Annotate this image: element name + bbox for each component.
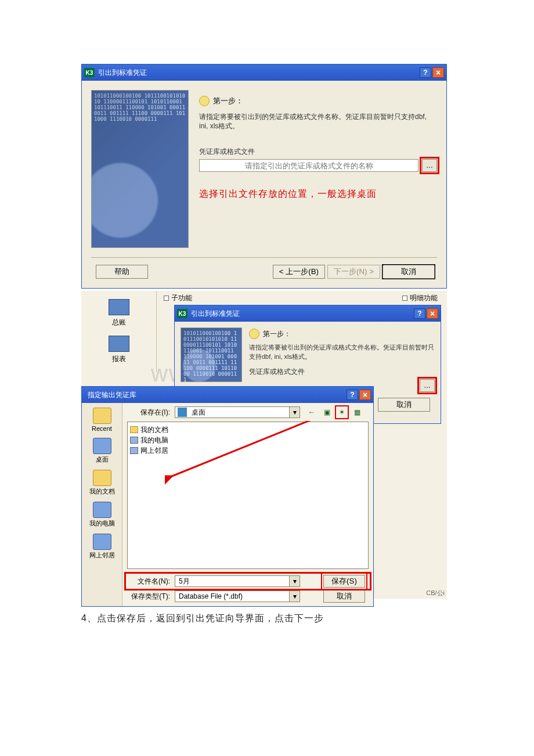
dialog-title: 引出到标准凭证 (191, 309, 413, 319)
step-label: 第一步： (213, 96, 243, 106)
tab-detailfunction[interactable]: 明细功能 (402, 293, 438, 303)
back-button[interactable]: < 上一步(B) (273, 265, 325, 279)
wizard-image: 101011000100100 101110010101010 11000011… (91, 90, 189, 248)
network-icon (130, 447, 138, 454)
list-item[interactable]: 我的电脑 (130, 435, 366, 445)
step-label: 第一步： (263, 329, 291, 339)
computer-icon (93, 502, 111, 518)
titlebar-close-button[interactable]: × (359, 390, 371, 400)
checkbox-icon (402, 296, 407, 301)
titlebar-help-button[interactable]: ? (414, 308, 425, 319)
new-folder-button[interactable]: ✶ (336, 406, 348, 418)
network-icon (93, 534, 111, 550)
cancel-button-nested[interactable]: 取消 (378, 398, 430, 412)
function-tabs: 子功能 明细功能 (160, 291, 447, 303)
folder-icon (93, 408, 111, 424)
instruction-note: 选择引出文件存放的位置，一般选择桌面 (199, 188, 437, 200)
chevron-down-icon[interactable]: ▾ (289, 407, 300, 417)
app-k3-icon: K3 (84, 68, 95, 77)
sidebar-item-label: 报表 (81, 354, 156, 364)
browse-button-nested[interactable]: … (420, 379, 435, 392)
nav-back-button[interactable]: ← (306, 406, 317, 418)
save-in-value: 桌面 (189, 408, 289, 417)
browse-button[interactable]: … (422, 159, 437, 172)
step-description: 请指定将要被引出到的凭证库或格式文件名称。凭证库目前暂时只支持dbf, ini,… (249, 343, 435, 361)
save-file-dialog: 指定输出凭证库 ? × Recent 桌面 (81, 386, 374, 607)
places-recent[interactable]: Recent (82, 408, 122, 432)
view-menu-button[interactable]: ▦ (351, 406, 363, 418)
wizard-image: 101011000100100 101110010101010 11000011… (181, 327, 242, 382)
save-in-combo[interactable]: 桌面 ▾ (175, 406, 300, 418)
dialog-title: 指定输出凭证库 (84, 390, 345, 400)
places-desktop[interactable]: 桌面 (82, 438, 122, 464)
tab-subfunction[interactable]: 子功能 (164, 293, 192, 303)
file-list[interactable]: 我的文档 我的电脑 网上邻居 (127, 422, 369, 569)
list-item[interactable]: 我的文档 (130, 424, 366, 435)
titlebar[interactable]: 指定输出凭证库 ? × (82, 387, 373, 403)
filename-input[interactable]: 5月 ▾ (175, 575, 300, 587)
location-icon (178, 408, 187, 417)
sidebar-item-label: 总账 (81, 318, 156, 327)
field-label: 凭证库或格式文件 (199, 147, 437, 157)
checkbox-icon (164, 296, 169, 301)
sidebar-item-report[interactable]: 报表 (81, 336, 156, 364)
folder-icon (93, 470, 111, 486)
titlebar[interactable]: K3 引出到标准凭证 ? × (175, 305, 441, 322)
filetype-label: 保存类型(T): (127, 592, 170, 602)
cancel-save-button[interactable]: 取消 (323, 590, 365, 603)
filename-label: 文件名(N): (127, 577, 170, 586)
titlebar-help-button[interactable]: ? (420, 67, 431, 78)
list-item[interactable]: 网上邻居 (130, 445, 366, 456)
lightbulb-icon (249, 329, 259, 339)
step-description: 请指定将要被引出到的凭证库或格式文件名称。凭证库目前暂时只支持dbf, ini,… (199, 112, 437, 131)
titlebar[interactable]: K3 引出到标准凭证 ? × (82, 64, 446, 81)
ledger-icon (109, 299, 129, 315)
sidebar-item-ledger[interactable]: 总账 (81, 299, 156, 327)
nav-up-button[interactable]: ▣ (321, 406, 333, 418)
desktop-icon (93, 438, 111, 454)
places-computer[interactable]: 我的电脑 (82, 502, 122, 528)
folder-icon (130, 426, 138, 433)
status-text: CB/公i (426, 589, 445, 597)
app-k3-icon: K3 (177, 309, 187, 318)
titlebar-close-button[interactable]: × (427, 308, 438, 319)
dialog-title: 引出到标准凭证 (98, 68, 418, 78)
export-voucher-dialog: K3 引出到标准凭证 ? × 101011000100100 101110010… (81, 64, 447, 289)
voucher-file-input[interactable] (199, 159, 418, 172)
titlebar-close-button[interactable]: × (432, 67, 444, 78)
instruction-step-4: 4、点击保存后，返回到引出凭证向导界面，点击下一步 (81, 613, 453, 625)
report-icon (109, 336, 129, 352)
chevron-down-icon[interactable]: ▾ (289, 591, 300, 602)
chevron-down-icon[interactable]: ▾ (289, 576, 300, 586)
app-sidebar: 总账 报表 (81, 291, 157, 372)
computer-icon (130, 437, 138, 444)
field-label: 凭证库或格式文件 (249, 367, 435, 377)
places-bar: Recent 桌面 我的文档 我的电脑 (82, 403, 122, 606)
save-in-label: 保存在(I): (127, 408, 170, 417)
places-documents[interactable]: 我的文档 (82, 470, 122, 496)
next-button: 下一步(N) > (327, 265, 380, 279)
titlebar-help-button[interactable]: ? (347, 390, 358, 400)
places-network[interactable]: 网上邻居 (82, 534, 122, 560)
save-button[interactable]: 保存(S) (323, 575, 365, 588)
cancel-button[interactable]: 取消 (383, 265, 435, 279)
lightbulb-icon (199, 96, 210, 106)
help-button[interactable]: 帮助 (96, 265, 148, 279)
filetype-combo[interactable]: Database File (*.dbf) ▾ (175, 591, 300, 602)
main-app-panel: 总账 报表 子功能 明细功能 www.bdocx.com K3 引出到标准凭证 (81, 291, 447, 599)
